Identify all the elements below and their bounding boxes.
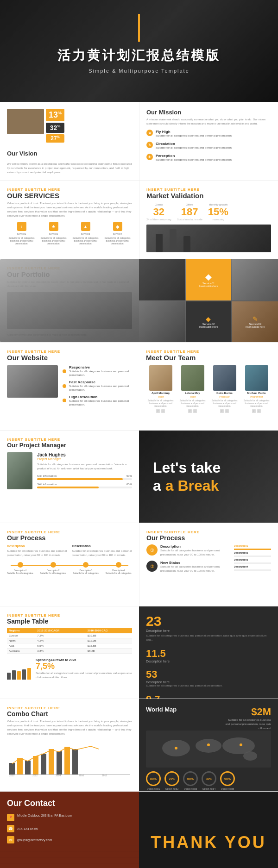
team-photo-lalena: [181, 365, 204, 391]
break-highlight: a Break: [165, 477, 219, 494]
stat-32: 32%: [46, 123, 64, 133]
team-desc-michael: Suitable for all categories business and…: [242, 399, 271, 407]
spending-pct: 7,5%: [36, 662, 132, 671]
dot-4: [116, 562, 121, 568]
chart-bar-3: [25, 761, 31, 774]
manager-panel: Insert subtitle here Our Project Manager…: [0, 431, 139, 523]
slide-process: Insert subtitle here Our Process Descrip…: [0, 523, 278, 606]
tw-icon-keira[interactable]: t: [225, 409, 229, 413]
dot-2-label: Description2Suitable for all categories.: [40, 569, 67, 575]
dot-3: [83, 562, 88, 568]
col-c2: 2016-2020 CAG: [86, 628, 132, 633]
stat-27-num: 27%: [51, 135, 60, 142]
website-content: Responsive Suitable for all categories b…: [7, 365, 132, 406]
skill-1-pct: 90%: [126, 475, 132, 477]
fb-icon-april[interactable]: f: [156, 409, 160, 413]
tw-icon-april[interactable]: t: [161, 409, 165, 413]
service-2: ★ Service2 Suitable for all categories b…: [39, 222, 68, 245]
team-label: Insert subtitle here: [146, 350, 271, 354]
circle-70-label: Option-field2: [165, 787, 178, 790]
services-panel: Insert subtitle here OUR SERVICES Value …: [0, 181, 139, 259]
mission-title-3: Perception: [156, 154, 232, 158]
stat-53-label: Description here: [146, 681, 222, 684]
portfolio-cell-6: ✎ Service03Insert subtitle here: [232, 301, 278, 343]
process-right-label: Insert subtitle here: [146, 530, 271, 534]
service-desc-3: Suitable for all categories business and…: [71, 237, 100, 245]
bar-5: [27, 668, 31, 680]
mission-title-2: Circulation: [156, 142, 232, 146]
service-3: ▲ Service3 Suitable for all categories b…: [71, 222, 100, 245]
contact-email: groups@okefactory.com: [17, 838, 52, 842]
vision-title: Our Vision: [7, 150, 132, 157]
circle-90-outer: 90%: [220, 771, 235, 786]
manager-name: Jack Hughes: [37, 452, 132, 457]
slide-title: 活力黄计划汇报总结模版 Simple & Multipurpose Templa…: [0, 0, 278, 102]
service-desc-4: Suitable for all categories business and…: [103, 237, 132, 245]
process-obs-col: Observation Suitable for all categories …: [72, 544, 132, 557]
process-item-1: ① Description Suitable for all categorie…: [146, 544, 230, 557]
team-photo-april: [149, 365, 172, 391]
stat-53-container: 53 Description here Suitable for all cat…: [146, 668, 222, 688]
slide-table-stats: Insert subtitle here Sample Table Region…: [0, 606, 278, 699]
circle-60: 60% Option-field3: [183, 771, 198, 790]
tw-icon-michael[interactable]: t: [257, 409, 261, 413]
team-member-lalena: Lalena Mey Tester Suitable for all categ…: [178, 365, 207, 413]
break-panel: Let's take a a Break: [139, 431, 278, 523]
fb-icon-lalena[interactable]: f: [188, 409, 192, 413]
location-icon: 📍: [7, 814, 14, 821]
portfolio-main-image: [7, 292, 132, 329]
clients-sub: 24 of them returning: [146, 218, 171, 221]
offers-sub: Social media, in side: [177, 218, 202, 221]
contact-phone: 215 123 45 65: [17, 827, 38, 831]
spending-label: Spending&Growth to 2026: [36, 658, 132, 662]
fb-icon-michael[interactable]: f: [252, 409, 256, 413]
process-item-1-text: Description Suitable for all categories …: [160, 544, 230, 557]
team-name-michael: Michael Pablo: [247, 392, 265, 394]
combo-chart-svg: 2010 2012 2014 2016 2018: [7, 740, 132, 777]
chart-bar-6: [49, 749, 54, 774]
portfolio-cell-4: [139, 301, 185, 343]
team-photo-michael: [245, 365, 268, 391]
stat-clients: Clients 32 24 of them returning: [146, 203, 171, 221]
worldmap-stat-text: Suitable for all categories business and…: [225, 718, 271, 731]
service-icon-1: ♪: [17, 222, 26, 231]
stat-23-num: 23: [146, 613, 271, 629]
map-dot-3: [240, 743, 242, 746]
process-left-label: Insert subtitle here: [7, 530, 132, 534]
x-label-1: 2010: [9, 774, 14, 777]
vision-body: We will be widely known as a prestigious…: [7, 162, 132, 175]
mission-text-2: Circulation Suitable for all categories …: [156, 142, 232, 150]
slide-vision-mission: 13% 32% 27% Our Vision We will be widely…: [0, 102, 278, 181]
combo-chart-panel: Insert subtitle here Combo Chart Value i…: [0, 699, 139, 791]
fb-icon-keira[interactable]: f: [220, 409, 224, 413]
services-title: OUR SERVICES: [7, 192, 132, 200]
map-dot-2: [207, 743, 210, 746]
circle-90-pct: 90%: [224, 777, 231, 781]
team-name-lalena: Lalena Mey: [185, 392, 200, 394]
tw-icon-lalena[interactable]: t: [193, 409, 197, 413]
vision-images: 13% 32% 27%: [7, 109, 132, 143]
x-label-3: 2014: [56, 774, 61, 777]
circle-30: 30% Option-field4: [202, 771, 216, 790]
website-image: [7, 365, 58, 398]
mission-item-2: ↻ Circulation Suitable for all categorie…: [146, 142, 271, 150]
portfolio-cell-2: ◆ Service01Insert subtitle here: [186, 259, 232, 300]
market-bg-image: [146, 225, 271, 252]
circle-80: 80% Option-field1: [146, 771, 161, 790]
feature-title-2: Fast Response: [69, 380, 132, 384]
contact-title: Our Contact: [7, 799, 132, 808]
manager-title: Our Project Manager: [7, 442, 132, 449]
vision-img1: [7, 109, 44, 134]
process-desc-label: Description: [7, 544, 67, 548]
portfolio-cell-3: [232, 259, 278, 300]
service-icon-3: ▲: [81, 222, 90, 231]
world-map-svg: [148, 732, 269, 767]
website-features: Responsive Suitable for all categories b…: [63, 365, 132, 406]
x-label-2: 2012: [32, 774, 38, 777]
stat-11-num: 11.5: [146, 648, 170, 660]
stat-11-container: 11.5 Description here: [146, 648, 170, 663]
process-item-2-desc: Suitable for all categories business and…: [160, 565, 230, 573]
team-desc-april: Suitable for all categories business and…: [146, 399, 175, 407]
service03-label: Service03Insert subtitle here: [246, 323, 265, 328]
mission-desc-2: Suitable for all categories business and…: [156, 146, 232, 150]
